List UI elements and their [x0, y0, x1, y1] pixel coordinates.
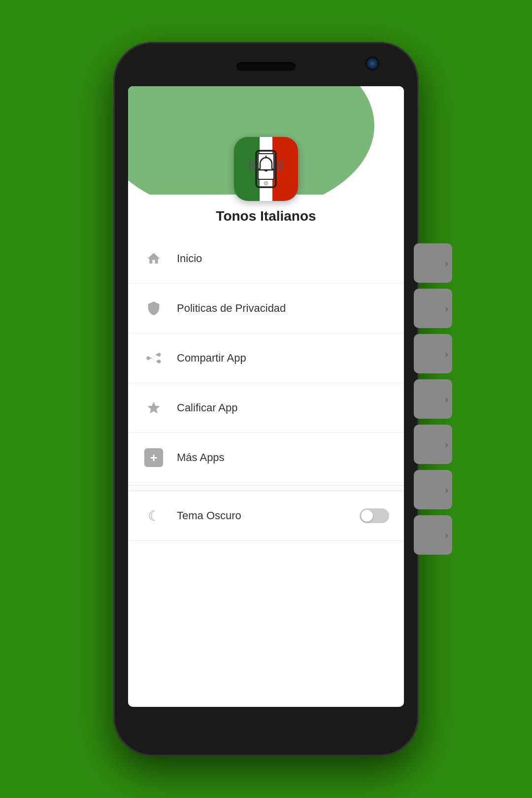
home-icon [143, 248, 165, 269]
side-card: › [414, 515, 452, 555]
menu-label-compartir: Compartir App [177, 352, 246, 365]
side-card: › [414, 289, 452, 328]
phone-frame: › › › › › › › [113, 42, 419, 756]
menu-item-mas-apps[interactable]: + Más Apps [128, 433, 404, 483]
menu-label-inicio: Inicio [177, 252, 202, 265]
menu-item-compartir[interactable]: Compartir App [128, 333, 404, 383]
phone-camera [366, 57, 379, 70]
side-panel: › › › › › › › [414, 243, 458, 555]
bell-phone-svg [244, 147, 288, 191]
menu-item-calificar[interactable]: Calificar App [128, 383, 404, 433]
icon-overlay [234, 137, 298, 201]
shield-icon [143, 298, 165, 319]
side-card: › [414, 425, 452, 464]
side-card: › [414, 243, 452, 283]
menu-label-calificar: Calificar App [177, 401, 238, 414]
menu-item-tema-oscuro[interactable]: ☾ Tema Oscuro [128, 491, 404, 541]
app-icon [234, 137, 298, 201]
menu-list: Inicio Politicas de Privacidad Com [128, 234, 404, 707]
phone-speaker [236, 62, 296, 71]
phone-screen: Tonos Italianos Inicio Po [128, 86, 404, 707]
screen-header: Tonos Italianos [128, 86, 404, 234]
star-icon [143, 397, 165, 419]
divider [128, 485, 404, 486]
app-title: Tonos Italianos [216, 208, 316, 224]
menu-label-tema-oscuro: Tema Oscuro [177, 509, 241, 522]
svg-point-4 [264, 181, 268, 185]
toggle-switch[interactable] [360, 508, 389, 523]
menu-item-politicas[interactable]: Politicas de Privacidad [128, 284, 404, 333]
side-card: › [414, 334, 452, 373]
dark-mode-toggle[interactable] [360, 508, 389, 523]
side-card: › [414, 470, 452, 509]
menu-label-politicas: Politicas de Privacidad [177, 302, 286, 315]
app-icon-container [234, 137, 298, 201]
menu-item-inicio[interactable]: Inicio [128, 234, 404, 284]
toggle-knob [361, 510, 373, 522]
moon-icon: ☾ [143, 505, 165, 527]
phone-top-bar [113, 42, 419, 86]
side-card: › [414, 379, 452, 419]
share-icon [143, 347, 165, 369]
plus-box-icon: + [143, 447, 165, 468]
menu-label-mas-apps: Más Apps [177, 451, 225, 464]
